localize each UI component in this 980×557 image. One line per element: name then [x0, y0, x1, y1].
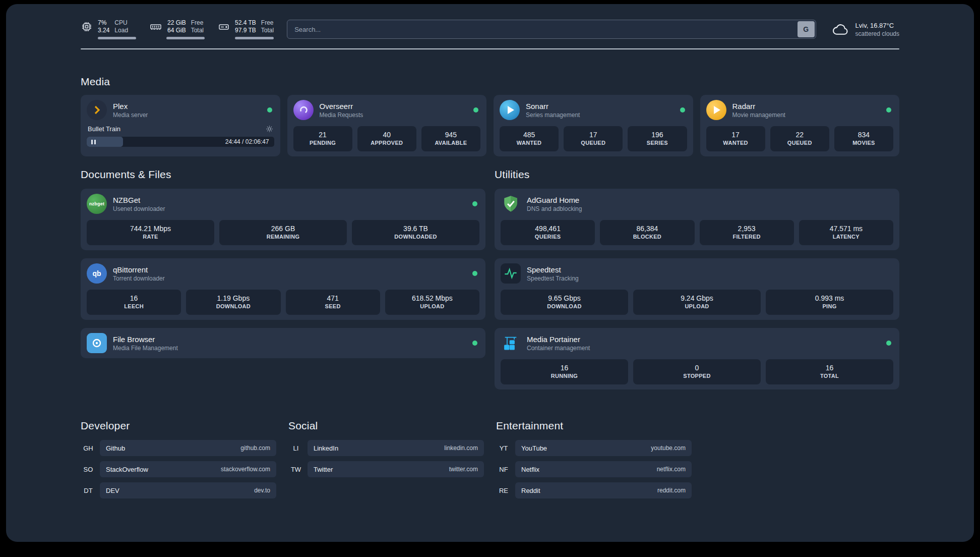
weather-location-temp: Lviv, 16.87°C — [855, 21, 899, 30]
cpu-usage-bar — [98, 37, 136, 39]
bookmark-netflix[interactable]: Netflix netflix.com — [515, 461, 692, 477]
stat-upload: 9.24 Gbps UPLOAD — [633, 290, 761, 315]
stat-remaining: 266 GB REMAINING — [219, 220, 347, 245]
bookmark-row: DT DEV dev.to — [81, 482, 276, 498]
bookmarks-social: Social LI LinkedIn linkedin.com TW Twitt… — [288, 420, 484, 504]
app-name: Overseerr — [320, 101, 363, 111]
stat-available: 945 AVAILABLE — [421, 126, 480, 151]
stat-queued: 17 QUEUED — [564, 126, 623, 151]
app-card-radarr[interactable]: Radarr Movie management 17 WANTED 22 QUE… — [700, 95, 900, 156]
ram-total: 64 GiB — [167, 27, 186, 34]
disk-icon — [218, 21, 230, 33]
stat-download: 9.65 Gbps DOWNLOAD — [501, 290, 628, 315]
app-subtitle: Speedtest Tracking — [527, 274, 579, 283]
app-subtitle: Media Requests — [320, 111, 363, 119]
section-title-media: Media — [81, 76, 899, 88]
stat-queued: 22 QUEUED — [770, 126, 829, 151]
gear-icon[interactable] — [266, 125, 273, 133]
section-title-social: Social — [288, 420, 484, 432]
app-name: Media Portainer — [527, 335, 590, 344]
speedtest-icon — [501, 263, 521, 284]
overseerr-icon — [293, 100, 314, 120]
section-title-documents: Documents & Files — [81, 169, 485, 181]
disk-label-1: Free — [261, 19, 274, 27]
bookmark-abbr: DT — [81, 487, 96, 494]
app-subtitle: Media server — [113, 111, 148, 119]
stat-filtered: 2,953 FILTERED — [700, 220, 794, 245]
status-dot — [886, 107, 891, 113]
app-card-plex[interactable]: Plex Media server Bullet Train — [81, 95, 280, 156]
disk-label-2: Total — [261, 27, 274, 34]
stat-running: 16 RUNNING — [501, 359, 628, 384]
ram-usage-bar — [166, 37, 205, 39]
app-card-overseerr[interactable]: Overseerr Media Requests 21 PENDING 40 A… — [287, 95, 487, 156]
weather-widget: Lviv, 16.87°C scattered clouds — [829, 21, 899, 38]
app-subtitle: Movie management — [732, 111, 785, 119]
stat-blocked: 86,384 BLOCKED — [600, 220, 694, 245]
stat-total: 16 TOTAL — [766, 359, 893, 384]
sonarr-icon — [500, 100, 520, 120]
ram-label-1: Free — [191, 19, 204, 27]
stat-upload: 618.52 Mbps UPLOAD — [385, 290, 479, 315]
bookmark-row: TW Twitter twitter.com — [288, 461, 484, 477]
stat-download: 1.19 Gbps DOWNLOAD — [186, 290, 280, 315]
status-dot — [267, 107, 272, 113]
app-name: AdGuard Home — [527, 195, 582, 205]
app-card-nzbget[interactable]: nzbget NZBGet Usenet downloader 744.21 M… — [81, 189, 485, 250]
cloud-icon — [831, 22, 849, 37]
system-metrics: 7% 3.24 CPU Load — [81, 19, 274, 39]
app-card-adguard[interactable]: AdGuard Home DNS and adblocking 498,461 … — [495, 189, 899, 250]
pause-icon[interactable] — [91, 137, 96, 147]
bookmark-abbr: LI — [288, 444, 303, 452]
bookmark-dev[interactable]: DEV dev.to — [100, 482, 276, 498]
app-name: File Browser — [113, 335, 178, 344]
qbittorrent-icon: qb — [87, 263, 107, 284]
app-card-sonarr[interactable]: Sonarr Series management 485 WANTED 17 Q… — [494, 95, 693, 156]
app-card-portainer[interactable]: Media Portainer Container management 16 … — [495, 328, 899, 389]
cpu-loadavg: 3.24 — [98, 27, 109, 34]
app-name: NZBGet — [113, 195, 165, 205]
stat-movies: 834 MOVIES — [834, 126, 893, 151]
bookmark-stackoverflow[interactable]: StackOverflow stackoverflow.com — [100, 461, 276, 477]
nzbget-icon: nzbget — [87, 194, 107, 214]
bookmark-abbr: GH — [81, 444, 96, 452]
app-subtitle: DNS and adblocking — [527, 205, 582, 213]
stat-series: 196 SERIES — [628, 126, 687, 151]
cpu-label-1: CPU — [114, 19, 128, 27]
status-dot — [473, 107, 478, 113]
section-title-utilities: Utilities — [495, 169, 899, 181]
search-input[interactable] — [288, 26, 797, 33]
status-dot — [472, 341, 477, 346]
status-dot — [472, 201, 477, 206]
playback-progress-bar[interactable]: 24:44 / 02:06:47 — [87, 137, 274, 147]
app-card-speedtest[interactable]: Speedtest Speedtest Tracking 9.65 Gbps D… — [495, 258, 899, 320]
playback-time: 24:44 / 02:06:47 — [225, 137, 269, 147]
stat-approved: 40 APPROVED — [357, 126, 416, 151]
ram-free: 22 GiB — [167, 19, 186, 27]
bookmark-row: LI LinkedIn linkedin.com — [288, 440, 484, 456]
adguard-icon — [501, 194, 521, 214]
ram-label-2: Total — [191, 27, 204, 34]
ram-icon — [149, 21, 162, 33]
bookmark-github[interactable]: Github github.com — [100, 440, 276, 456]
bookmark-youtube[interactable]: YouTube youtube.com — [515, 440, 692, 456]
stat-leech: 16 LEECH — [87, 290, 181, 315]
topbar-divider — [81, 48, 899, 49]
bookmark-abbr: RE — [496, 487, 511, 494]
cpu-widget: 7% 3.24 CPU Load — [81, 19, 136, 39]
app-card-filebrowser[interactable]: File Browser Media File Management — [81, 328, 485, 358]
app-name: Plex — [113, 101, 148, 111]
bookmark-abbr: NF — [496, 466, 511, 473]
stat-rate: 744.21 Mbps RATE — [87, 220, 214, 245]
bookmark-linkedin[interactable]: LinkedIn linkedin.com — [308, 440, 484, 456]
bookmark-twitter[interactable]: Twitter twitter.com — [308, 461, 484, 477]
disk-free: 52.4 TB — [235, 19, 256, 27]
search-engine-button[interactable]: G — [798, 21, 815, 37]
bookmark-reddit[interactable]: Reddit reddit.com — [515, 482, 692, 498]
portainer-icon — [501, 333, 521, 353]
disk-usage-bar — [235, 37, 274, 39]
bookmark-abbr: YT — [496, 444, 511, 452]
app-subtitle: Usenet downloader — [113, 205, 165, 213]
app-card-qbittorrent[interactable]: qb qBittorrent Torrent downloader 16 LEE… — [81, 258, 485, 320]
media-grid: Plex Media server Bullet Train — [81, 95, 899, 156]
